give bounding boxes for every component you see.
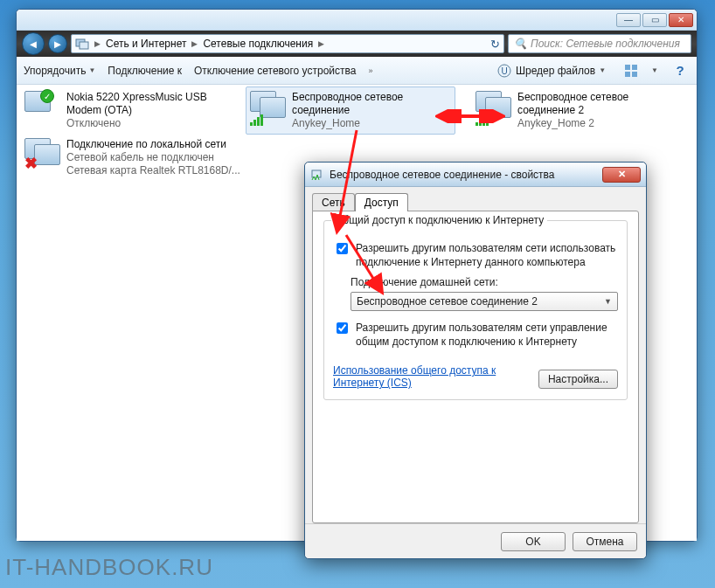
dialog-close-button[interactable]: ✕	[602, 167, 641, 183]
close-button[interactable]: ✕	[669, 13, 693, 27]
dialog-footer: OK Отмена	[305, 523, 646, 558]
search-placeholder: Поиск: Сетевые подключения	[531, 38, 680, 50]
ics-help-link[interactable]: Интернету (ICS)	[333, 377, 412, 389]
error-x-icon: ✖	[24, 154, 38, 173]
cancel-button[interactable]: Отмена	[573, 532, 637, 551]
breadcrumb-item[interactable]: Сеть и Интернет	[106, 38, 186, 50]
disable-device-button[interactable]: Отключение сетевого устройства	[194, 65, 356, 77]
chevron-down-icon: ▼	[599, 66, 606, 74]
svg-rect-4	[625, 65, 630, 70]
back-button[interactable]: ◄	[22, 32, 45, 55]
check-badge-icon: ✓	[40, 89, 54, 103]
chevron-down-icon: ▼	[88, 66, 95, 74]
modem-icon: ✓	[24, 91, 61, 126]
annotation-arrow	[435, 109, 505, 123]
connection-nokia-modem[interactable]: ✓ Nokia 5220 XpressMusic USB Modem (OTA)…	[20, 86, 230, 135]
svg-line-10	[337, 130, 357, 230]
svg-rect-6	[625, 72, 630, 77]
chevron-right-icon: ▶	[316, 39, 326, 48]
chevron-down-icon: ▼	[604, 297, 612, 306]
arrow-right-icon: ►	[52, 38, 64, 51]
connection-name: Беспроводное сетевое соединение	[292, 91, 451, 117]
connect-menu[interactable]: Подключение к	[108, 65, 182, 77]
refresh-icon[interactable]: ↻	[490, 38, 500, 51]
connection-status: Сетевой кабель не подключен	[66, 151, 240, 164]
disable-label: Отключение сетевого устройства	[194, 65, 356, 77]
svg-line-11	[346, 235, 381, 291]
wireless-icon	[250, 91, 287, 126]
connection-name: Nokia 5220 XpressMusic USB Modem (OTA)	[66, 91, 226, 117]
maximize-button[interactable]: ▭	[642, 13, 667, 27]
connection-lan[interactable]: ✖ Подключение по локальной сети Сетевой …	[20, 134, 247, 182]
chevron-right-icon: ▶	[190, 39, 199, 48]
ok-button[interactable]: OK	[501, 532, 566, 551]
shredder-label: Шредер файлов	[516, 65, 595, 77]
minimize-button[interactable]: —	[616, 13, 641, 27]
organize-label: Упорядочить	[24, 65, 86, 77]
organize-menu[interactable]: Упорядочить ▼	[24, 65, 95, 77]
allow-sharing-label: Разрешить другим пользователям сети испо…	[356, 242, 618, 269]
help-button[interactable]: ?	[670, 62, 690, 79]
chevron-down-icon[interactable]: ▼	[651, 66, 658, 74]
nav-bar: ◄ ► ▶ Сеть и Интернет ▶ Сетевые подключе…	[17, 31, 697, 57]
connection-device: Сетевая карта Realtek RTL8168D/...	[66, 164, 240, 177]
allow-control-checkbox[interactable]	[337, 322, 348, 334]
arrow-left-icon: ◄	[28, 38, 39, 51]
allow-control-checkbox-row: Разрешить другим пользователям сети упра…	[333, 322, 618, 349]
network-icon	[75, 37, 89, 51]
search-icon: 🔍	[514, 38, 527, 50]
toolbar: Упорядочить ▼ Подключение к Отключение с…	[17, 57, 697, 85]
svg-rect-7	[632, 72, 637, 77]
search-input[interactable]: 🔍 Поиск: Сетевые подключения	[508, 34, 691, 53]
toolbar-overflow-icon[interactable]: »	[368, 66, 372, 75]
allow-control-label: Разрешить другим пользователям сети упра…	[356, 322, 618, 349]
breadcrumb[interactable]: ▶ Сеть и Интернет ▶ Сетевые подключения …	[71, 34, 504, 53]
shredder-icon: U	[496, 63, 512, 79]
watermark: IT-HANDBOOK.RU	[5, 554, 213, 581]
annotation-arrow	[341, 230, 393, 300]
breadcrumb-item[interactable]: Сетевые подключения	[203, 38, 313, 50]
explorer-titlebar: — ▭ ✕	[17, 10, 697, 31]
ics-help-link[interactable]: Использование общего доступа к	[333, 364, 496, 377]
lan-icon: ✖	[24, 138, 61, 173]
svg-rect-1	[80, 42, 88, 49]
window-controls: — ▭ ✕	[616, 13, 693, 27]
dialog-title: Беспроводное сетевое соединение - свойст…	[330, 169, 597, 181]
chevron-right-icon: ▶	[93, 39, 102, 48]
connection-status: Отключено	[66, 117, 226, 130]
connection-name: Беспроводное сетевое соединение 2	[517, 91, 677, 117]
signal-bars-icon	[250, 114, 263, 126]
connect-label: Подключение к	[108, 65, 182, 77]
annotation-arrow	[306, 125, 367, 239]
connection-name: Подключение по локальной сети	[66, 138, 240, 151]
svg-rect-5	[632, 65, 637, 70]
connection-status: Anykey_Home 2	[517, 117, 677, 130]
view-icons-button[interactable]	[623, 63, 639, 79]
shredder-button[interactable]: U Шредер файлов ▼	[491, 61, 611, 80]
svg-text:U: U	[501, 66, 507, 76]
settings-button[interactable]: Настройка...	[538, 370, 618, 389]
forward-button[interactable]: ►	[48, 34, 67, 53]
